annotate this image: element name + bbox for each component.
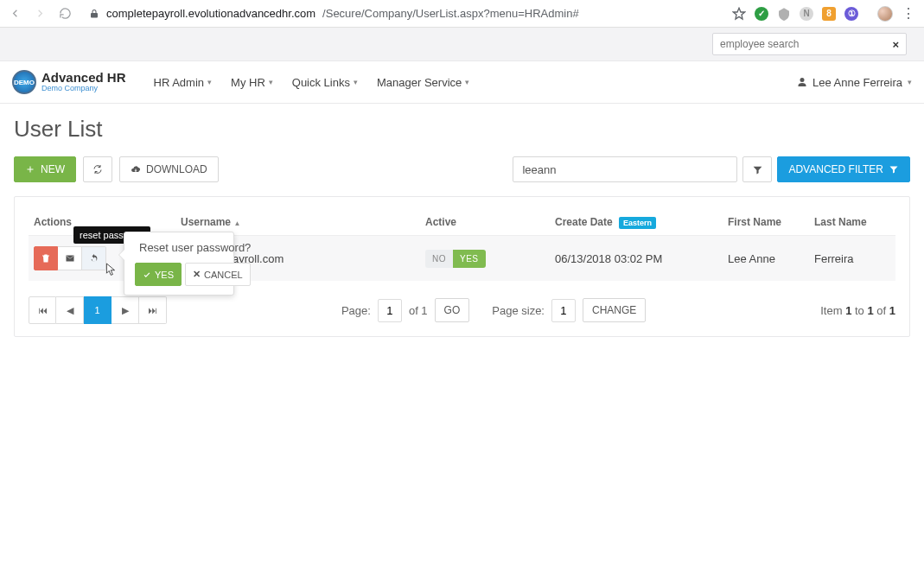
- refresh-icon: [92, 164, 103, 175]
- user-icon: [797, 77, 807, 87]
- employee-search-input[interactable]: [720, 38, 892, 50]
- browser-chrome: completepayroll.evolutionadvancedhr.com/…: [0, 0, 924, 28]
- filter-button[interactable]: [742, 156, 772, 182]
- ext-icon[interactable]: N: [800, 7, 813, 21]
- ext-icon[interactable]: [777, 7, 791, 21]
- profile-avatar[interactable]: [877, 6, 893, 22]
- col-first-name[interactable]: First Name: [723, 209, 809, 236]
- delete-button[interactable]: [34, 246, 58, 270]
- chevron-down-icon: ▾: [207, 78, 212, 86]
- page-go-button[interactable]: GO: [435, 298, 470, 322]
- forward-icon[interactable]: [34, 7, 47, 20]
- prev-icon: ◀: [67, 305, 73, 316]
- page-input[interactable]: [378, 299, 402, 322]
- trash-icon: [41, 253, 51, 264]
- lock-icon: [89, 9, 99, 19]
- cell-first-name: Lee Anne: [723, 236, 809, 282]
- pager: ⏮ ◀ 1 ▶ ⏭ Page: of 1 GO Page size: CHANG…: [29, 296, 895, 324]
- chevron-down-icon: ▾: [354, 78, 358, 86]
- email-button[interactable]: [58, 246, 82, 270]
- confirm-cancel-button[interactable]: ✕ CANCEL: [185, 263, 251, 286]
- filter-icon: [752, 164, 763, 175]
- back-icon[interactable]: [9, 7, 22, 20]
- logo-icon: DEMO: [12, 70, 36, 94]
- page-next-button[interactable]: ▶: [112, 296, 139, 324]
- first-icon: ⏮: [38, 305, 48, 315]
- timezone-badge: Eastern: [619, 217, 656, 229]
- last-icon: ⏭: [148, 305, 157, 315]
- page-size-input[interactable]: [551, 299, 576, 322]
- reload-icon[interactable]: [59, 7, 72, 20]
- chevron-down-icon: ▾: [465, 78, 469, 86]
- ext-icon[interactable]: 8: [822, 7, 836, 21]
- page-prev-button[interactable]: ◀: [56, 296, 84, 324]
- chevron-down-icon: ▾: [908, 78, 912, 86]
- user-menu[interactable]: Lee Anne Ferreira ▾: [797, 76, 912, 89]
- page-label: Page:: [341, 304, 371, 317]
- user-name: Lee Anne Ferreira: [812, 76, 902, 89]
- employee-search[interactable]: ×: [712, 33, 907, 55]
- plus-icon: [25, 164, 35, 175]
- new-button[interactable]: NEW: [14, 156, 76, 182]
- col-create-date[interactable]: Create Date Eastern: [550, 209, 723, 236]
- page-change-button[interactable]: CHANGE: [583, 298, 646, 322]
- ext-icon[interactable]: ①: [844, 7, 858, 21]
- nav-manager-service[interactable]: Manager Service▾: [377, 76, 469, 89]
- reset-password-button[interactable]: [82, 246, 106, 270]
- main-nav: DEMO Advanced HR Demo Company HR Admin▾ …: [0, 61, 924, 104]
- chevron-down-icon: ▾: [269, 78, 273, 86]
- star-icon[interactable]: [732, 7, 746, 21]
- advanced-filter-button[interactable]: ADVANCED FILTER: [777, 156, 910, 182]
- next-icon: ▶: [122, 305, 129, 316]
- col-last-name[interactable]: Last Name: [809, 209, 895, 236]
- page-first-button[interactable]: ⏮: [29, 296, 56, 324]
- page-summary: Item 1 to 1 of 1: [820, 304, 895, 317]
- url-host: completepayroll.evolutionadvancedhr.com: [106, 7, 315, 20]
- undo-icon: [89, 253, 99, 264]
- col-active[interactable]: Active: [420, 209, 550, 236]
- page-last-button[interactable]: ⏭: [139, 296, 167, 324]
- close-icon: ✕: [193, 269, 201, 280]
- page-title: User List: [14, 116, 910, 143]
- cell-create-date: 06/13/2018 03:02 PM: [550, 236, 723, 282]
- confirm-popover: Reset user password? YES ✕ CANCEL: [124, 232, 234, 296]
- page-number-button[interactable]: 1: [84, 296, 112, 324]
- url-path: /Secure/Company/UserList.aspx?menu=HRAdm…: [322, 7, 579, 20]
- popover-title: Reset user password?: [139, 241, 223, 254]
- top-utility-bar: ×: [0, 28, 924, 61]
- sort-asc-icon: ▲: [233, 219, 240, 227]
- cloud-download-icon: [131, 164, 141, 175]
- page-size-label: Page size:: [492, 304, 545, 317]
- nav-quick-links[interactable]: Quick Links▾: [292, 76, 358, 89]
- ext-icon[interactable]: ✓: [755, 7, 768, 21]
- grid-card: reset password Reset user password? YES …: [14, 196, 910, 337]
- grid-search-input[interactable]: [513, 156, 737, 182]
- clear-search-icon[interactable]: ×: [892, 38, 899, 51]
- logo[interactable]: DEMO Advanced HR Demo Company: [12, 70, 126, 94]
- toggle-no[interactable]: NO: [425, 250, 453, 268]
- confirm-yes-button[interactable]: YES: [135, 263, 182, 286]
- download-button[interactable]: DOWNLOAD: [119, 156, 219, 182]
- toolbar: NEW DOWNLOAD ADVANCED FILTER: [14, 156, 910, 182]
- address-bar[interactable]: completepayroll.evolutionadvancedhr.com/…: [82, 7, 722, 20]
- refresh-button[interactable]: [83, 156, 112, 182]
- page-of-label: of 1: [409, 304, 428, 317]
- brand-subtitle: Demo Company: [41, 85, 126, 92]
- brand-title: Advanced HR: [41, 71, 126, 85]
- check-icon: [143, 270, 151, 279]
- nav-my-hr[interactable]: My HR▾: [231, 76, 273, 89]
- active-toggle[interactable]: NO YES: [425, 250, 486, 268]
- envelope-icon: [65, 253, 75, 264]
- nav-hr-admin[interactable]: HR Admin▾: [154, 76, 213, 89]
- toggle-yes[interactable]: YES: [453, 250, 486, 268]
- extensions: ✓ N 8 ① ⋮: [732, 5, 915, 22]
- filter-icon: [889, 164, 899, 175]
- cell-last-name: Ferreira: [809, 236, 895, 282]
- browser-menu-icon[interactable]: ⋮: [902, 5, 915, 22]
